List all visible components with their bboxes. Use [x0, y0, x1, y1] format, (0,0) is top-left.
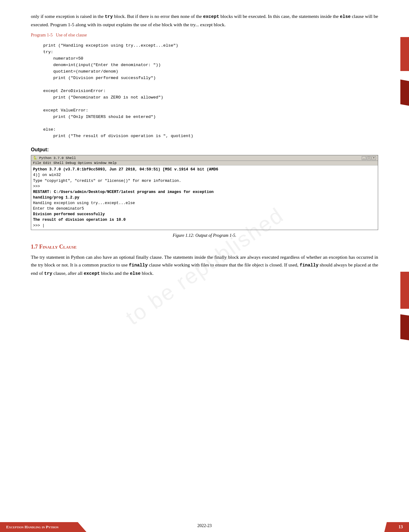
- intro-code-try: try: [105, 14, 113, 19]
- terminal-line8: Enter the denominator5: [33, 206, 376, 212]
- intro-text-2: block. But if there is no error then non…: [113, 14, 203, 19]
- terminal-line6: handling/prog 1.2.py: [33, 195, 376, 200]
- terminal-line11: >>> |: [33, 223, 376, 228]
- program-label: Program 1-5 Use of else clause: [31, 33, 378, 38]
- code-block: print ("Handling exception using try...e…: [31, 40, 378, 143]
- side-tab-mid2: [400, 314, 409, 340]
- intro-text-3: blocks will be executed. In this case, t…: [219, 14, 340, 19]
- close-btn[interactable]: ×: [372, 156, 376, 160]
- terminal-icon: 🐍: [33, 156, 37, 160]
- section-title: Finally Clause: [39, 244, 77, 250]
- maximize-btn[interactable]: □: [367, 156, 371, 160]
- side-tab-bottom: [400, 80, 409, 106]
- terminal-line5: RESTART: C:/Users/admin/Desktop/NCERT/la…: [33, 189, 376, 195]
- terminal-title-text: Python 3.7.0 Shell: [39, 156, 76, 160]
- footer-page-number: 13: [384, 522, 409, 532]
- intro-text-1: only if some exception is raised in the: [31, 14, 105, 19]
- footer-year: 2022-23: [197, 523, 212, 528]
- section-body-4: clause, after all: [52, 270, 84, 276]
- section-body-2: clause while working with files to ensur…: [148, 262, 299, 267]
- section-body-paragraph: The try statement in Python can also hav…: [31, 253, 378, 278]
- terminal-window: 🐍 Python 3.7.0 Shell _ □ × File Edit She…: [31, 155, 378, 230]
- figure-caption: Figure 1.12: Output of Program 1-5.: [31, 233, 378, 238]
- terminal-line4: >>>: [33, 184, 376, 189]
- section-number: 1.7: [31, 244, 38, 250]
- terminal-controls: _ □ ×: [362, 156, 376, 160]
- section-code-except: except: [84, 271, 100, 276]
- section-code-try: try: [44, 271, 52, 276]
- section-heading: 1.7 Finally Clause: [31, 244, 378, 250]
- section-code-else: else: [130, 271, 141, 276]
- program-number: Program 1-5: [31, 33, 52, 37]
- section-code-finally-2: finally: [300, 263, 319, 268]
- side-tab-mid: [400, 272, 409, 309]
- terminal-line7: Handling exception using try...except...…: [33, 200, 376, 206]
- page-container: to be republished only if some exception…: [0, 0, 409, 532]
- intro-code-except: except: [203, 14, 219, 19]
- output-heading: Output:: [31, 147, 378, 153]
- side-tab-top: [400, 37, 409, 71]
- intro-code-else: else: [340, 14, 351, 19]
- minimize-btn[interactable]: _: [362, 156, 366, 160]
- terminal-line3: Type "copyright", "credits" or "license(…: [33, 178, 376, 184]
- section-body-6: block.: [140, 270, 153, 276]
- footer-left-label: Exception Handling in Python: [0, 522, 86, 532]
- terminal-menubar: File Edit Shell Debug Options Window Hel…: [31, 161, 378, 165]
- terminal-titlebar: 🐍 Python 3.7.0 Shell _ □ ×: [31, 155, 378, 161]
- terminal-line1: Python 3.7.0 (v3.7.0:1bf9cc5093, Jun 27 …: [33, 167, 376, 172]
- terminal-body: Python 3.7.0 (v3.7.0:1bf9cc5093, Jun 27 …: [31, 165, 378, 229]
- terminal-line10: The result of division operation is 10.0: [33, 217, 376, 223]
- section-body-5: blocks and the: [100, 270, 130, 276]
- program-title: Use of else clause: [56, 33, 87, 37]
- terminal-line2: 4)] on win32: [33, 172, 376, 178]
- terminal-line9: Division performed successfully: [33, 212, 376, 217]
- terminal-title-left: 🐍 Python 3.7.0 Shell: [33, 156, 76, 160]
- intro-paragraph: only if some exception is raised in the …: [31, 12, 378, 28]
- footer: Exception Handling in Python 2022-23 13: [0, 517, 409, 532]
- section-code-finally-1: finally: [129, 263, 148, 268]
